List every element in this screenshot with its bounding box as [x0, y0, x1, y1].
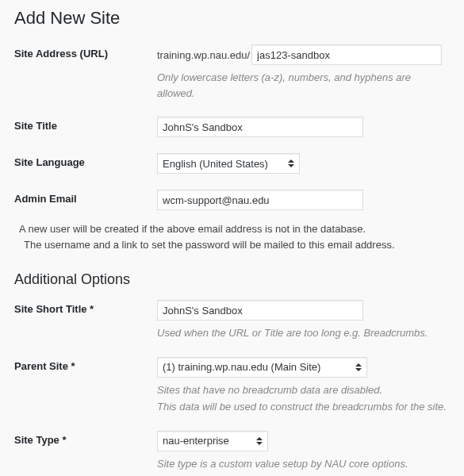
label-parent-site: Parent Site * — [14, 357, 157, 372]
label-site-address: Site Address (URL) — [14, 44, 157, 60]
label-site-language: Site Language — [14, 153, 157, 168]
row-parent-site: Parent Site * (1) training.wp.nau.edu (M… — [14, 357, 450, 415]
parent-site-description2: This data will be used to construct the … — [157, 399, 450, 415]
parent-site-description1: Sites that have no breadcrumb data are d… — [157, 382, 450, 398]
short-title-description: Used when the URL or Title are too long … — [157, 325, 450, 341]
page-title: Add New Site — [14, 8, 450, 29]
admin-email-notice: A new user will be created if the above … — [19, 221, 450, 252]
label-site-type: Site Type * — [14, 431, 157, 446]
short-title-input[interactable] — [157, 300, 363, 321]
site-type-description: Site type is a custom value setup by NAU… — [157, 456, 450, 472]
row-site-type: Site Type * nau-enterprise Site type is … — [14, 431, 450, 472]
additional-options-heading: Additional Options — [14, 271, 450, 288]
row-site-title: Site Title — [14, 117, 450, 137]
site-address-prefix: training.wp.nau.edu/ — [157, 49, 250, 61]
row-site-address: Site Address (URL) training.wp.nau.edu/ … — [14, 44, 450, 101]
notice-line2: The username and a link to set the passw… — [24, 237, 450, 253]
site-type-select[interactable]: nau-enterprise — [157, 431, 268, 451]
label-admin-email: Admin Email — [14, 190, 157, 205]
site-address-input[interactable] — [251, 44, 442, 65]
label-short-title: Site Short Title * — [14, 300, 157, 315]
notice-line1: A new user will be created if the above … — [19, 221, 450, 237]
label-site-title: Site Title — [14, 117, 157, 132]
row-site-language: Site Language English (United States) — [14, 153, 450, 174]
site-title-input[interactable] — [157, 117, 363, 137]
row-short-title: Site Short Title * Used when the URL or … — [14, 300, 450, 341]
site-address-description: Only lowercase letters (a-z), numbers, a… — [157, 70, 450, 101]
site-language-select[interactable]: English (United States) — [157, 153, 300, 174]
row-admin-email: Admin Email — [14, 190, 450, 210]
admin-email-input[interactable] — [157, 190, 363, 210]
parent-site-select[interactable]: (1) training.wp.nau.edu (Main Site) — [157, 357, 367, 378]
